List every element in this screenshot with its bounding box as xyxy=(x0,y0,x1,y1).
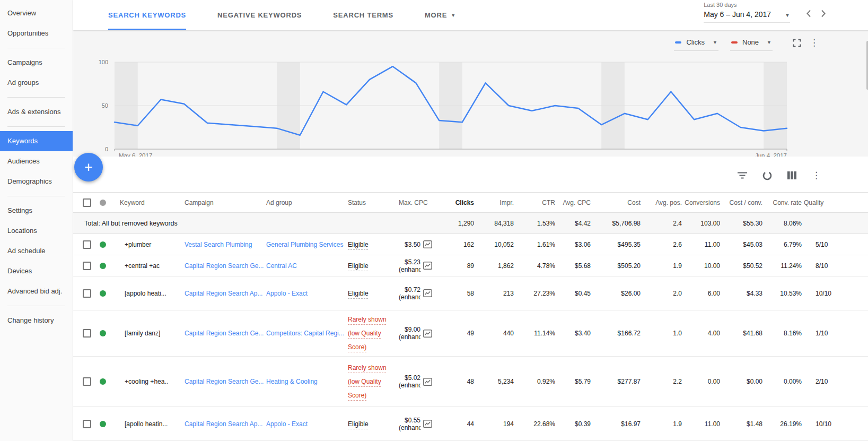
tab-negative-keywords[interactable]: NEGATIVE KEYWORDS xyxy=(217,0,302,30)
edit-bid-icon[interactable] xyxy=(423,289,432,297)
ad-group-link[interactable]: Competitors: Capital Regi... xyxy=(266,330,344,337)
tab-search-terms[interactable]: SEARCH TERMS xyxy=(333,0,393,30)
tab-search-keywords[interactable]: SEARCH KEYWORDS xyxy=(108,0,186,30)
filter-icon[interactable] xyxy=(738,172,747,179)
top-tab-bar: SEARCH KEYWORDSNEGATIVE KEYWORDSSEARCH T… xyxy=(73,0,868,30)
campaign-link[interactable]: Vestal Search Plumbing xyxy=(185,241,252,248)
enabled-status-dot[interactable] xyxy=(100,290,106,297)
edit-bid-icon[interactable] xyxy=(423,240,432,248)
select-all-checkbox[interactable] xyxy=(83,198,91,207)
enabled-status-dot[interactable] xyxy=(100,330,106,336)
status-dot-icon xyxy=(100,200,106,206)
status-text[interactable]: Rarely shown (low Quality Score) xyxy=(348,316,387,351)
column-header-cost[interactable]: Cost xyxy=(592,193,642,213)
row-checkbox[interactable] xyxy=(83,240,91,249)
status-text[interactable]: Eligible xyxy=(348,420,369,428)
sidebar-item-campaigns[interactable]: Campaigns xyxy=(0,53,73,73)
sidebar-item-ad-groups[interactable]: Ad groups xyxy=(0,73,73,93)
row-checkbox[interactable] xyxy=(83,377,91,386)
column-header-quality[interactable]: Quality xyxy=(803,193,868,213)
column-header-avg-pos[interactable]: Avg. pos. xyxy=(642,193,683,213)
enabled-status-dot[interactable] xyxy=(100,421,106,427)
ad-group-link[interactable]: Central AC xyxy=(266,262,297,270)
conv-rate-cell: 8.16% xyxy=(764,310,803,357)
fullscreen-icon[interactable] xyxy=(793,39,801,47)
clicks-cell: 162 xyxy=(440,234,475,255)
status-text[interactable]: Eligible xyxy=(348,262,369,270)
column-header-conversions[interactable]: Conversions xyxy=(683,193,721,213)
column-header-ad-group[interactable]: Ad group xyxy=(265,193,347,213)
sidebar-item-keywords[interactable]: Keywords xyxy=(0,131,73,151)
column-header-keyword[interactable]: Keyword xyxy=(119,193,183,213)
status-text[interactable]: Eligible xyxy=(348,290,369,297)
column-header-ctr[interactable]: CTR xyxy=(515,193,556,213)
column-header-avg-cpc[interactable]: Avg. CPC xyxy=(556,193,592,213)
column-header-campaign[interactable]: Campaign xyxy=(183,193,265,213)
tab-more[interactable]: MORE▼ xyxy=(425,0,456,30)
sidebar-item-advanced-bid-adj[interactable]: Advanced bid adj. xyxy=(0,281,73,301)
sidebar-item-overview[interactable]: Overview xyxy=(0,3,73,23)
total-impr: 84,318 xyxy=(475,213,515,234)
date-range-dropdown[interactable]: Last 30 days May 6 – Jun 4, 2017▼ xyxy=(704,2,790,23)
conversions-cell: 10.00 xyxy=(683,255,721,276)
edit-bid-icon[interactable] xyxy=(423,330,432,338)
campaign-link[interactable]: Capital Region Search Ap... xyxy=(185,420,262,428)
status-text[interactable]: Rarely shown (low Quality Score) xyxy=(348,364,387,399)
sidebar-item-audiences[interactable]: Audiences xyxy=(0,151,73,171)
campaign-link[interactable]: Capital Region Search Ge... xyxy=(185,262,264,270)
chart-metric1-dropdown[interactable]: Clicks ▼ xyxy=(674,35,718,51)
add-keyword-button[interactable]: + xyxy=(74,153,103,181)
column-header-cost-conv[interactable]: Cost / conv. xyxy=(721,193,764,213)
keyword-row-central-ac: +central +acCapital Region Search Ge...C… xyxy=(73,255,868,276)
row-checkbox[interactable] xyxy=(83,289,91,298)
column-header-conv-rate[interactable]: Conv. rate xyxy=(764,193,803,213)
total-avg-pos: 2.4 xyxy=(642,213,683,234)
ad-group-link[interactable]: Appolo - Exact xyxy=(266,290,308,297)
campaign-cell: Capital Region Search Ge... xyxy=(183,255,265,276)
columns-icon[interactable] xyxy=(787,171,796,179)
sidebar-item-devices[interactable]: Devices xyxy=(0,261,73,281)
edit-bid-icon[interactable] xyxy=(423,420,432,428)
row-checkbox[interactable] xyxy=(83,262,91,270)
row-checkbox[interactable] xyxy=(83,329,91,338)
column-header-max-cpc[interactable]: Max. CPC xyxy=(398,193,440,213)
segment-icon[interactable] xyxy=(762,171,772,180)
sidebar-item-locations[interactable]: Locations xyxy=(0,221,73,241)
sidebar-item-change-history[interactable]: Change history xyxy=(0,310,73,331)
edit-bid-icon[interactable] xyxy=(423,378,432,386)
avg-cpc-cell: $5.79 xyxy=(556,357,592,407)
column-header-clicks[interactable]: Clicks xyxy=(440,193,475,213)
column-header-impr[interactable]: Impr. xyxy=(475,193,515,213)
status-text[interactable]: Eligible xyxy=(348,241,369,248)
sidebar-item-settings[interactable]: Settings xyxy=(0,201,73,221)
ad-group-link[interactable]: General Plumbing Services xyxy=(266,241,343,248)
ad-group-link[interactable]: Appolo - Exact xyxy=(266,420,308,428)
campaign-link[interactable]: Capital Region Search Ge... xyxy=(185,330,264,337)
quality-score-cell: 10/10 xyxy=(803,276,868,310)
row-checkbox[interactable] xyxy=(83,420,91,428)
previous-date-range-button[interactable] xyxy=(806,10,811,18)
header-select-all xyxy=(73,193,99,213)
table-more-options-icon[interactable]: ⋮ xyxy=(812,171,821,180)
sidebar-item-ads-extensions[interactable]: Ads & extensions xyxy=(0,102,73,122)
campaign-link[interactable]: Capital Region Search Ge... xyxy=(185,378,264,385)
campaign-link[interactable]: Capital Region Search Ap... xyxy=(185,290,262,297)
sidebar-item-opportunities[interactable]: Opportunities xyxy=(0,23,73,44)
sidebar-divider xyxy=(7,48,65,48)
metric2-label: None xyxy=(742,38,759,46)
date-range-value[interactable]: May 6 – Jun 4, 2017▼ xyxy=(704,10,790,19)
column-header-status[interactable]: Status xyxy=(347,193,398,213)
enabled-status-dot[interactable] xyxy=(100,241,106,248)
clicks-line-chart[interactable] xyxy=(110,59,795,160)
ad-group-link[interactable]: Heating & Cooling xyxy=(266,378,318,385)
ctr-cell: 4.78% xyxy=(515,255,556,276)
next-date-range-button[interactable] xyxy=(821,10,826,18)
chart-metric2-dropdown[interactable]: None ▼ xyxy=(730,35,773,51)
enabled-status-dot[interactable] xyxy=(100,378,106,385)
sidebar-item-demographics[interactable]: Demographics xyxy=(0,171,73,192)
edit-bid-icon[interactable] xyxy=(423,262,432,270)
row-status-dot-cell xyxy=(99,310,119,357)
enabled-status-dot[interactable] xyxy=(100,263,106,269)
chart-more-options-icon[interactable]: ⋮ xyxy=(810,39,819,47)
sidebar-item-ad-schedule[interactable]: Ad schedule xyxy=(0,241,73,261)
